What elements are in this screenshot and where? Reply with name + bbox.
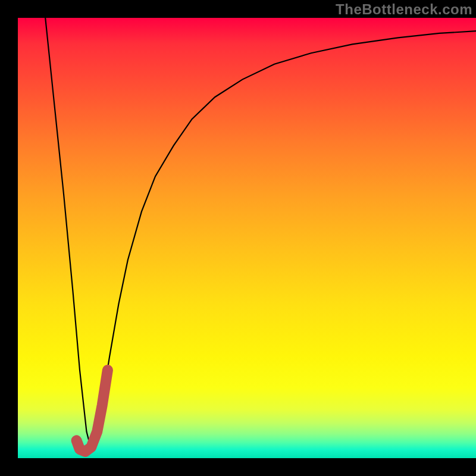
curve-layer xyxy=(18,18,476,458)
chart-frame: TheBottleneck.com xyxy=(0,0,476,476)
plot-area xyxy=(18,18,476,458)
watermark-text: TheBottleneck.com xyxy=(336,1,472,18)
